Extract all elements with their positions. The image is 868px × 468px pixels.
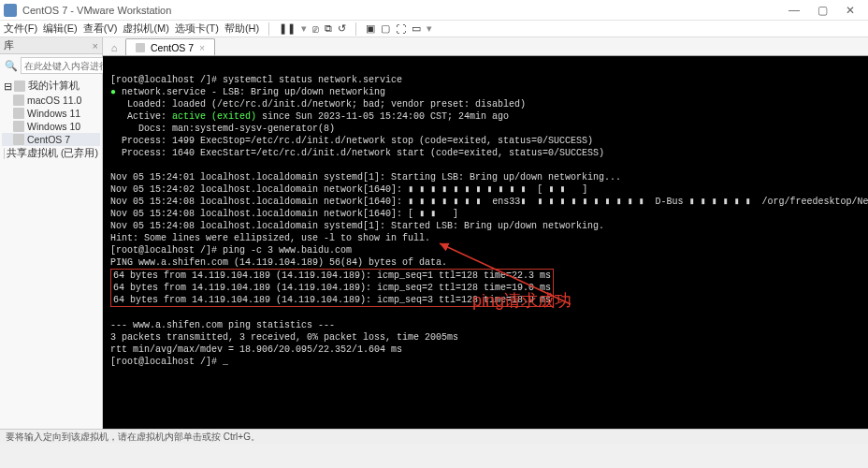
menubar: 文件(F) 编辑(E) 查看(V) 虚拟机(M) 选项卡(T) 帮助(H) ❚❚… [0,21,868,37]
menu-separator [268,22,269,36]
sidebar-header: 库 × [0,37,102,54]
statusbar-text: 要将输入定向到该虚拟机，请在虚拟机内部单击或按 Ctrl+G。 [6,431,260,444]
tab-label: CentOS 7 [151,42,194,53]
sidebar-search: 🔍 ▾ [2,56,100,75]
term-line: [root@localhost /]# systemctl status net… [110,75,402,85]
thumbnail-button[interactable]: ▣ [366,22,375,35]
vm-icon [13,95,24,106]
term-line: Process: 1640 ExecStart=/etc/rc.d/init.d… [110,148,604,158]
menu-help[interactable]: 帮助(H) [224,22,259,36]
bullet-icon: ● [110,87,116,97]
term-line: Nov 05 15:24:08 localhost.localdomain ne… [110,209,458,219]
term-line: Process: 1499 ExecStop=/etc/rc.d/init.d/… [110,136,593,146]
devices-button[interactable]: ⎚ [312,23,319,35]
term-line: Nov 05 15:24:02 localhost.localdomain ne… [110,184,587,195]
term-line: 3 packets transmitted, 3 received, 0% pa… [110,332,458,343]
term-line: Loaded: loaded (/etc/rc.d/init.d/network… [110,99,526,110]
window-title: CentOS 7 - VMware Workstation [22,5,780,16]
term-line: PING www.a.shifen.com (14.119.104.189) 5… [110,257,447,268]
vm-terminal[interactable]: [root@localhost /]# systemctl status net… [103,56,868,429]
term-active: active (exited) [172,111,256,122]
term-line: since Sun 2023-11-05 15:24:00 CST; 24min… [256,111,509,122]
minimize-button[interactable]: — [780,1,808,20]
term-line: [root@localhost /]# ping -c 3 www.baidu.… [110,245,352,256]
computer-icon [14,80,25,92]
library-sidebar: 库 × 🔍 ▾ ⊟我的计算机 macOS 11.0 Windows 11 Win… [0,37,103,429]
term-line: Hint: Some lines were ellipsized, use -l… [110,233,430,243]
tree-root[interactable]: ⊟我的计算机 [2,79,100,94]
annotation-text: ping请求成功 [472,295,571,307]
term-line: rtt min/avg/max/mdev = 18.906/20.095/22.… [110,344,402,355]
menu-tabs[interactable]: 选项卡(T) [175,22,219,36]
term-line: --- www.a.shifen.com ping statistics --- [110,320,335,330]
maximize-button[interactable]: ▢ [808,1,836,20]
content-area: ⌂ CentOS 7 × [root@localhost /]# systemc… [103,37,868,429]
toolbar-separator [355,22,356,36]
close-button[interactable]: ✕ [836,1,864,20]
term-line: network.service - LSB: Bring up/down net… [122,87,385,97]
window-titlebar: CentOS 7 - VMware Workstation — ▢ ✕ [0,0,868,21]
search-icon: 🔍 [2,60,21,72]
statusbar: 要将输入定向到该虚拟机，请在虚拟机内部单击或按 Ctrl+G。 [0,429,868,444]
sidebar-close-icon[interactable]: × [93,40,98,51]
tree-item-win11[interactable]: Windows 11 [2,107,100,120]
tab-bar: ⌂ CentOS 7 × [103,37,868,56]
term-line: Nov 05 15:24:08 localhost.localdomain ne… [110,197,868,207]
menu-file[interactable]: 文件(F) [4,22,37,36]
menu-vm[interactable]: 虚拟机(M) [123,22,169,36]
term-line: Active: [110,111,172,122]
term-line: [root@localhost /]# _ [110,357,228,367]
tab-centos7[interactable]: CentOS 7 × [125,38,215,55]
term-line: Nov 05 15:24:08 localhost.localdomain sy… [110,221,604,231]
tab-close-icon[interactable]: × [199,42,205,53]
app-icon [4,4,17,17]
sidebar-title: 库 [4,38,14,52]
term-line: Nov 05 15:24:01 localhost.localdomain sy… [110,172,621,183]
menu-view[interactable]: 查看(V) [83,22,118,36]
fit-button[interactable]: ▭ [412,22,421,35]
fullscreen-button[interactable]: ⛶ [396,23,406,35]
vm-tree: ⊟我的计算机 macOS 11.0 Windows 11 Windows 10 … [0,77,102,429]
tree-shared[interactable]: 共享虚拟机 (已弃用) [2,146,100,161]
home-tab-icon[interactable]: ⌂ [107,40,122,55]
term-line: Docs: man:systemd-sysv-generator(8) [110,124,335,134]
tree-item-macos[interactable]: macOS 11.0 [2,94,100,107]
vm-icon [13,134,24,145]
tab-vm-icon [136,43,145,52]
tree-item-win10[interactable]: Windows 10 [2,120,100,133]
unity-button[interactable]: ▢ [381,22,390,35]
snapshot-button[interactable]: ⧉ [325,22,332,35]
revert-button[interactable]: ↺ [338,22,346,35]
pause-button[interactable]: ❚❚ [279,22,296,35]
tree-item-centos7[interactable]: CentOS 7 [2,133,100,146]
vm-icon [13,108,24,119]
menu-edit[interactable]: 编辑(E) [43,22,78,36]
vm-icon [13,121,24,132]
